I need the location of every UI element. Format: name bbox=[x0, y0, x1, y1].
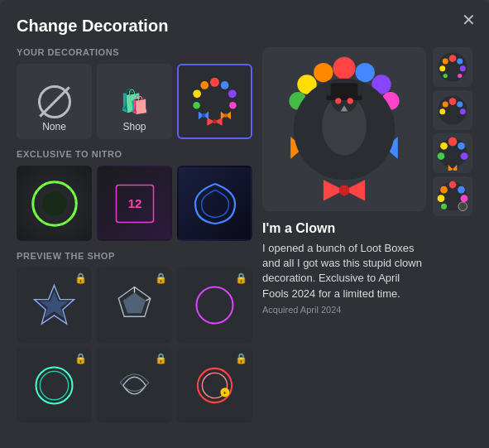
shop-decoration-6[interactable]: 🔒 + bbox=[177, 348, 252, 423]
thumb-3-svg bbox=[435, 136, 470, 171]
preview-shop-label: PREVIEW THE SHOP bbox=[17, 251, 252, 261]
svg-point-66 bbox=[460, 65, 466, 71]
svg-point-17 bbox=[42, 191, 67, 216]
right-content: I'm a Clown I opened a bunch of Loot Box… bbox=[262, 47, 472, 318]
exclusive-nitro-label: EXCLUSIVE TO NITRO bbox=[17, 149, 252, 159]
svg-text:12: 12 bbox=[127, 195, 141, 210]
svg-point-87 bbox=[438, 195, 445, 202]
nitro-decorations-grid: 12 bbox=[17, 166, 252, 241]
svg-point-64 bbox=[457, 59, 463, 65]
svg-point-79 bbox=[438, 152, 445, 160]
svg-point-80 bbox=[461, 152, 468, 160]
nitro-decoration-2[interactable]: 12 bbox=[97, 166, 172, 241]
svg-point-84 bbox=[449, 181, 457, 189]
thumb-2-svg bbox=[435, 93, 470, 128]
shop-decorations-grid: 🔒 🔒 🔒 bbox=[17, 267, 252, 423]
nitro-deco-1-svg bbox=[30, 179, 79, 229]
none-label: None bbox=[42, 121, 66, 132]
lock-icon-2: 🔒 bbox=[155, 272, 167, 284]
nitro-deco-2-svg: 12 bbox=[110, 179, 160, 229]
svg-point-3 bbox=[193, 102, 200, 109]
your-decorations-label: YOUR DECORATIONS bbox=[17, 47, 252, 57]
decoration-preview bbox=[262, 47, 426, 211]
shop-deco-3-svg bbox=[192, 282, 237, 328]
shop-decoration-4[interactable]: 🔒 bbox=[17, 348, 92, 423]
svg-point-71 bbox=[443, 102, 448, 108]
svg-point-62 bbox=[449, 55, 457, 62]
svg-point-65 bbox=[439, 65, 445, 71]
svg-rect-57 bbox=[326, 96, 362, 100]
svg-point-29 bbox=[197, 287, 233, 324]
svg-point-70 bbox=[449, 98, 457, 105]
svg-point-77 bbox=[440, 142, 448, 150]
thumb-3[interactable] bbox=[433, 133, 472, 173]
svg-text:+: + bbox=[223, 390, 227, 396]
decoration-acquired: Acquired April 2024 bbox=[262, 305, 426, 315]
svg-point-58 bbox=[335, 98, 341, 104]
right-panel: I'm a Clown I opened a bunch of Loot Box… bbox=[262, 47, 472, 433]
shop-deco-5-svg bbox=[112, 363, 157, 408]
shop-label: Shop bbox=[122, 121, 146, 132]
svg-point-1 bbox=[200, 81, 209, 89]
decoration-description: I opened a bunch of Loot Boxes and all I… bbox=[262, 241, 426, 301]
left-panel: YOUR DECORATIONS None 🛍️ Shop bbox=[17, 47, 252, 433]
svg-point-52 bbox=[339, 185, 350, 196]
thumb-4[interactable] bbox=[433, 176, 472, 216]
svg-marker-25 bbox=[123, 292, 146, 313]
svg-point-91 bbox=[458, 202, 467, 211]
svg-point-86 bbox=[458, 186, 465, 194]
lock-icon-5: 🔒 bbox=[155, 353, 167, 364]
shop-deco-1-svg bbox=[31, 282, 77, 328]
decoration-none[interactable]: None bbox=[17, 64, 92, 139]
svg-point-12 bbox=[202, 113, 206, 118]
svg-point-9 bbox=[213, 119, 217, 123]
svg-point-6 bbox=[229, 102, 237, 109]
thumb-1[interactable] bbox=[433, 47, 472, 87]
decoration-shop[interactable]: 🛍️ Shop bbox=[97, 64, 172, 139]
modal-title: Change Decoration bbox=[17, 17, 472, 36]
svg-point-63 bbox=[443, 59, 448, 65]
svg-point-30 bbox=[36, 368, 73, 404]
decoration-clown[interactable] bbox=[177, 64, 252, 139]
your-decorations-grid: None 🛍️ Shop bbox=[17, 64, 252, 139]
shop-decoration-2[interactable]: 🔒 bbox=[97, 267, 172, 343]
thumbnail-strip bbox=[433, 47, 472, 318]
svg-point-89 bbox=[441, 204, 447, 210]
svg-point-15 bbox=[223, 113, 228, 118]
decoration-info: I'm a Clown I opened a bunch of Loot Box… bbox=[262, 218, 426, 318]
thumb-1-svg bbox=[435, 50, 470, 84]
change-decoration-modal: Change Decoration ✕ YOUR DECORATIONS Non… bbox=[0, 0, 489, 448]
shop-decoration-5[interactable]: 🔒 bbox=[97, 348, 172, 423]
svg-marker-23 bbox=[40, 291, 70, 317]
shop-deco-4-svg bbox=[31, 363, 77, 408]
svg-point-5 bbox=[228, 89, 237, 98]
info-column: I'm a Clown I opened a bunch of Loot Box… bbox=[262, 47, 426, 318]
svg-point-88 bbox=[461, 195, 468, 202]
lock-icon-3: 🔒 bbox=[235, 272, 247, 284]
svg-point-76 bbox=[448, 137, 458, 147]
thumb-4-svg bbox=[435, 179, 470, 214]
svg-point-59 bbox=[348, 98, 353, 104]
thumb-2[interactable] bbox=[433, 90, 472, 130]
lock-icon-6: 🔒 bbox=[235, 353, 247, 364]
svg-point-37 bbox=[333, 57, 356, 79]
svg-point-74 bbox=[460, 108, 466, 114]
shop-deco-6-svg: + bbox=[192, 363, 237, 408]
close-button[interactable]: ✕ bbox=[462, 12, 476, 28]
svg-point-73 bbox=[439, 108, 445, 114]
clown-decoration-svg bbox=[189, 76, 240, 127]
nitro-deco-3-svg bbox=[190, 179, 240, 229]
svg-point-85 bbox=[440, 186, 448, 194]
svg-point-2 bbox=[193, 89, 201, 98]
svg-point-72 bbox=[457, 102, 463, 108]
lock-icon-1: 🔒 bbox=[74, 272, 87, 284]
shop-decoration-1[interactable]: 🔒 bbox=[17, 267, 92, 343]
nitro-decoration-1[interactable] bbox=[17, 166, 92, 241]
svg-point-0 bbox=[210, 78, 219, 87]
shop-decoration-3[interactable]: 🔒 bbox=[177, 267, 252, 343]
svg-point-31 bbox=[40, 371, 68, 399]
nitro-decoration-3[interactable] bbox=[177, 166, 252, 241]
decoration-name: I'm a Clown bbox=[262, 221, 426, 236]
svg-point-78 bbox=[458, 142, 465, 150]
svg-point-41 bbox=[356, 63, 375, 82]
